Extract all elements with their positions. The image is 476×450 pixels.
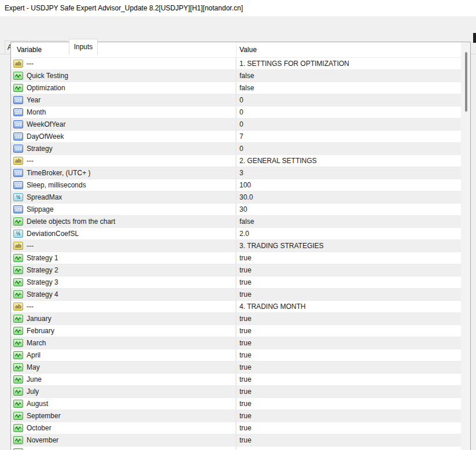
integer-type-icon: 123 bbox=[13, 205, 23, 213]
tab-inputs[interactable]: Inputs bbox=[69, 39, 98, 55]
value-cell[interactable]: true bbox=[236, 325, 461, 337]
value-cell[interactable]: 30 bbox=[236, 204, 461, 215]
variable-label: October bbox=[27, 424, 51, 432]
value-cell[interactable]: true bbox=[236, 349, 461, 361]
boolean-type-icon bbox=[13, 290, 23, 298]
variable-label: Strategy bbox=[27, 145, 53, 153]
value-cell[interactable]: 4. TRADING MONTH bbox=[236, 301, 461, 312]
variable-label: Optimization bbox=[27, 84, 65, 92]
value-cell[interactable]: true bbox=[236, 434, 461, 446]
boolean-type-icon bbox=[13, 339, 23, 347]
variable-cell: February bbox=[11, 325, 236, 337]
value-cell[interactable]: 0 bbox=[236, 94, 461, 106]
variable-cell: 123 DayOfWeek bbox=[11, 131, 236, 142]
value-cell[interactable]: 3 bbox=[236, 167, 461, 179]
variable-cell: November bbox=[11, 434, 236, 446]
variable-label: WeekOfYear bbox=[27, 120, 65, 128]
value-cell[interactable]: true bbox=[236, 264, 461, 276]
variable-label: --- bbox=[27, 157, 34, 165]
variable-cell: June bbox=[11, 374, 236, 385]
variable-label: DeviationCoefSL bbox=[27, 230, 79, 238]
value-cell[interactable]: true bbox=[236, 362, 461, 373]
value-cell[interactable]: true bbox=[236, 410, 461, 422]
value-cell[interactable]: false bbox=[236, 82, 461, 94]
variable-cell: May bbox=[11, 362, 236, 373]
value-cell[interactable]: true bbox=[236, 398, 461, 410]
variable-label: March bbox=[27, 339, 46, 347]
variable-cell: ab --- bbox=[11, 240, 236, 252]
inputs-table: Variable Value ab --- 1. SETTINGS FOR OP… bbox=[10, 42, 471, 450]
variable-cell: 123 Year bbox=[11, 94, 236, 106]
variable-cell: 123 Sleep, milliseconds bbox=[11, 179, 236, 191]
tab-strip: About Common Inputs bbox=[0, 16, 476, 38]
value-cell[interactable]: true bbox=[236, 276, 461, 288]
variable-cell: Strategy 4 bbox=[11, 289, 236, 300]
value-cell[interactable] bbox=[236, 447, 461, 450]
variable-cell: October bbox=[11, 422, 236, 434]
background-window-sliver bbox=[473, 33, 476, 43]
variable-label: August bbox=[27, 400, 48, 408]
string-type-icon: ab bbox=[13, 60, 23, 68]
variable-label: Year bbox=[27, 96, 40, 104]
string-type-icon: ab bbox=[13, 157, 23, 165]
value-cell[interactable]: true bbox=[236, 386, 461, 397]
scrollbar-thumb[interactable] bbox=[465, 52, 467, 112]
variable-label: Slippage bbox=[27, 205, 54, 213]
value-cell[interactable]: false bbox=[236, 70, 461, 82]
value-cell[interactable]: false bbox=[236, 216, 461, 227]
value-cell[interactable]: true bbox=[236, 337, 461, 349]
variable-label: Delete objects from the chart bbox=[27, 217, 115, 226]
double-type-icon: ½ bbox=[13, 230, 23, 238]
boolean-type-icon bbox=[13, 315, 23, 323]
value-cell[interactable]: true bbox=[236, 374, 461, 385]
value-cell[interactable]: 2.0 bbox=[236, 228, 461, 239]
variable-cell: ab --- bbox=[11, 58, 236, 69]
boolean-type-icon bbox=[13, 375, 23, 383]
variable-cell: 123 WeekOfYear bbox=[11, 119, 236, 130]
boolean-type-icon bbox=[13, 278, 23, 286]
value-cell[interactable]: 30.0 bbox=[236, 191, 461, 203]
variable-cell: 123 TimeBroker, (UTC+ ) bbox=[11, 167, 236, 179]
value-cell[interactable]: 1. SETTINGS FOR OPTIMIZATION bbox=[236, 58, 461, 69]
variable-cell: ab --- bbox=[11, 301, 236, 312]
column-resize-divider[interactable] bbox=[236, 42, 237, 450]
variable-label: January bbox=[27, 315, 51, 323]
variable-label: --- bbox=[27, 242, 34, 250]
variable-label: February bbox=[27, 327, 54, 335]
variable-label: --- bbox=[27, 303, 34, 311]
value-cell[interactable]: 2. GENERAL SETTINGS bbox=[236, 155, 461, 167]
variable-cell: August bbox=[11, 398, 236, 410]
boolean-type-icon bbox=[13, 254, 23, 262]
variable-label: DayOfWeek bbox=[27, 132, 64, 141]
variable-label: Strategy 4 bbox=[27, 290, 58, 298]
variable-cell: ½ DeviationCoefSL bbox=[11, 228, 236, 239]
integer-type-icon: 123 bbox=[13, 145, 23, 153]
value-cell[interactable]: 0 bbox=[236, 119, 461, 130]
boolean-type-icon bbox=[13, 400, 23, 408]
value-cell[interactable]: true bbox=[236, 252, 461, 264]
variable-cell: Optimization bbox=[11, 82, 236, 94]
variable-label: Quick Testing bbox=[27, 72, 68, 80]
variable-label: Month bbox=[27, 108, 46, 116]
integer-type-icon: 123 bbox=[13, 108, 23, 116]
variable-label: Strategy 1 bbox=[27, 254, 58, 262]
value-cell[interactable]: 3. TRADING STRATEGIES bbox=[236, 240, 461, 252]
boolean-type-icon bbox=[13, 217, 23, 226]
variable-label: --- bbox=[27, 60, 34, 68]
value-cell[interactable]: true bbox=[236, 422, 461, 434]
vertical-scrollbar[interactable] bbox=[461, 42, 470, 450]
variable-cell: Quick Testing bbox=[11, 70, 236, 82]
variable-cell: July bbox=[11, 386, 236, 397]
value-cell[interactable]: 0 bbox=[236, 143, 461, 154]
variable-cell: Strategy 3 bbox=[11, 276, 236, 288]
value-cell[interactable]: 0 bbox=[236, 106, 461, 118]
variable-cell: April bbox=[11, 349, 236, 361]
variable-cell: January bbox=[11, 313, 236, 324]
value-cell[interactable]: 100 bbox=[236, 179, 461, 191]
boolean-type-icon bbox=[13, 388, 23, 396]
variable-label: Strategy 2 bbox=[27, 266, 58, 274]
value-cell[interactable]: true bbox=[236, 313, 461, 324]
value-cell[interactable]: 7 bbox=[236, 131, 461, 142]
boolean-type-icon bbox=[13, 351, 23, 359]
value-cell[interactable]: true bbox=[236, 289, 461, 300]
